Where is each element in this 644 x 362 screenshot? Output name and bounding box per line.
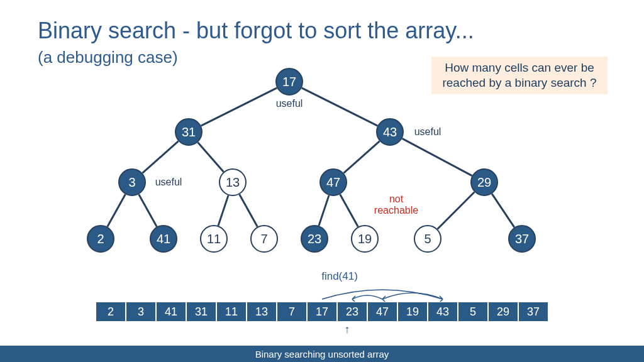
svg-line-3 bbox=[197, 143, 223, 172]
array-cell: 17 bbox=[307, 302, 337, 322]
svg-line-11 bbox=[340, 194, 358, 227]
footer-text: Binary searching unsorted array bbox=[255, 349, 389, 359]
svg-line-5 bbox=[402, 138, 472, 175]
svg-line-10 bbox=[319, 195, 329, 226]
array-cell: 29 bbox=[488, 302, 518, 322]
array-cell: 23 bbox=[337, 302, 367, 322]
label-useful-43: useful bbox=[414, 126, 441, 138]
array-cell: 13 bbox=[247, 302, 277, 322]
array-cell: 43 bbox=[428, 302, 458, 322]
svg-line-8 bbox=[218, 195, 228, 226]
array-cell: 2 bbox=[96, 302, 126, 322]
find-label: find(41) bbox=[321, 270, 358, 283]
array-cell: 7 bbox=[277, 302, 307, 322]
array-cell: 37 bbox=[518, 302, 548, 322]
label-useful-3: useful bbox=[155, 177, 182, 188]
array-cell: 3 bbox=[126, 302, 156, 322]
svg-line-4 bbox=[343, 141, 379, 173]
array-cell: 19 bbox=[397, 302, 428, 322]
svg-line-1 bbox=[302, 88, 378, 126]
label-useful-root: useful bbox=[276, 98, 303, 109]
array-cell: 31 bbox=[186, 302, 216, 322]
array-cell: 5 bbox=[458, 302, 488, 322]
svg-line-7 bbox=[139, 194, 157, 227]
pointer-arrow-icon: ↑ bbox=[345, 323, 350, 336]
svg-line-2 bbox=[142, 141, 178, 173]
array-cell: 41 bbox=[156, 302, 186, 322]
svg-line-13 bbox=[492, 194, 514, 227]
footer-bar: Binary searching unsorted array bbox=[0, 346, 644, 362]
svg-line-9 bbox=[240, 194, 258, 227]
svg-line-12 bbox=[438, 192, 475, 229]
label-not-reachable: not reachable bbox=[374, 194, 418, 216]
svg-line-6 bbox=[108, 194, 126, 227]
svg-line-0 bbox=[201, 88, 277, 126]
array-row: 23413111137172347194352937 bbox=[96, 302, 548, 322]
array-cell: 47 bbox=[367, 302, 397, 322]
array-cell: 11 bbox=[216, 302, 247, 322]
